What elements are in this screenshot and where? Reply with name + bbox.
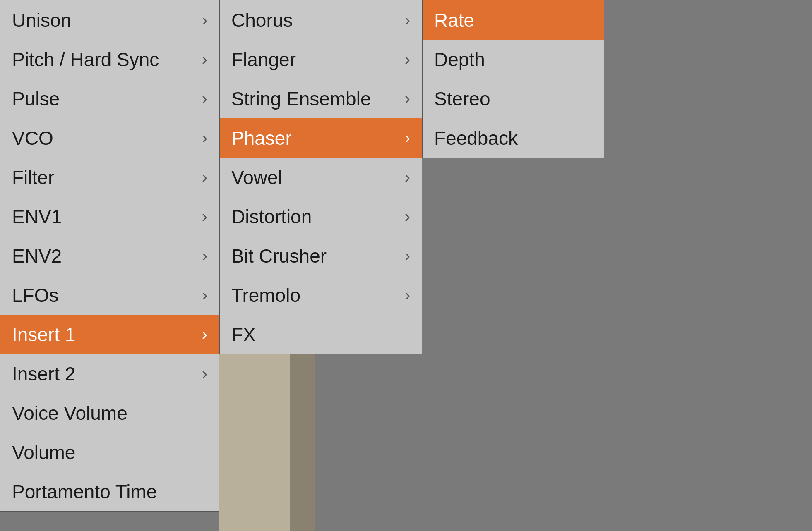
col1-item-3[interactable]: VCO› bbox=[0, 118, 219, 158]
col1-item-label-3: VCO bbox=[12, 127, 53, 149]
col3-item-label-0: Rate bbox=[434, 9, 474, 31]
col3-item-1[interactable]: Depth bbox=[423, 40, 604, 79]
arrow-icon: › bbox=[202, 325, 207, 344]
col2-item-7[interactable]: Tremolo› bbox=[220, 275, 422, 315]
col1-item-label-2: Pulse bbox=[12, 88, 60, 110]
arrow-icon: › bbox=[202, 246, 207, 265]
col1-item-0[interactable]: Unison› bbox=[0, 0, 219, 40]
col1-item-label-10: Voice Volume bbox=[12, 402, 127, 424]
col1-item-11[interactable]: Volume bbox=[0, 433, 219, 472]
col2-item-0[interactable]: Chorus› bbox=[220, 0, 422, 40]
col1-item-label-7: LFOs bbox=[12, 284, 58, 306]
col3-item-2[interactable]: Stereo bbox=[423, 79, 604, 118]
col2-item-label-8: FX bbox=[231, 323, 256, 346]
arrow-icon: › bbox=[202, 364, 207, 383]
col1-item-6[interactable]: ENV2› bbox=[0, 236, 219, 275]
col1-item-label-1: Pitch / Hard Sync bbox=[12, 48, 159, 71]
arrow-icon: › bbox=[405, 11, 410, 29]
arrow-icon: › bbox=[202, 168, 207, 187]
col1-item-1[interactable]: Pitch / Hard Sync› bbox=[0, 40, 219, 79]
arrow-icon: › bbox=[405, 129, 410, 147]
col3-item-label-2: Stereo bbox=[434, 88, 490, 110]
arrow-icon: › bbox=[405, 207, 410, 226]
menu-column-2: Chorus›Flanger›String Ensemble›Phaser›Vo… bbox=[219, 0, 422, 354]
col2-item-label-0: Chorus bbox=[231, 9, 293, 31]
arrow-icon: › bbox=[202, 11, 207, 29]
col1-item-7[interactable]: LFOs› bbox=[0, 275, 219, 315]
col1-item-label-12: Portamento Time bbox=[12, 481, 157, 503]
col2-item-label-7: Tremolo bbox=[231, 284, 300, 306]
col1-item-5[interactable]: ENV1› bbox=[0, 197, 219, 236]
arrow-icon: › bbox=[202, 286, 207, 304]
col2-item-label-4: Vowel bbox=[231, 166, 282, 189]
col1-item-12[interactable]: Portamento Time bbox=[0, 472, 219, 511]
col2-item-5[interactable]: Distortion› bbox=[220, 197, 422, 236]
col3-item-label-1: Depth bbox=[434, 48, 485, 71]
menu-column-3: RateDepthStereoFeedback bbox=[422, 0, 604, 158]
menu-column-1: Unison›Pitch / Hard Sync›Pulse›VCO›Filte… bbox=[0, 0, 219, 512]
col2-item-label-6: Bit Crusher bbox=[231, 245, 327, 267]
arrow-icon: › bbox=[405, 246, 410, 265]
col2-item-label-3: Phaser bbox=[231, 127, 292, 149]
col3-item-0[interactable]: Rate bbox=[423, 0, 604, 40]
arrow-icon: › bbox=[405, 286, 410, 304]
arrow-icon: › bbox=[405, 168, 410, 187]
col1-item-10[interactable]: Voice Volume bbox=[0, 393, 219, 433]
col2-item-4[interactable]: Vowel› bbox=[220, 158, 422, 197]
col1-item-2[interactable]: Pulse› bbox=[0, 79, 219, 118]
col1-item-9[interactable]: Insert 2› bbox=[0, 354, 219, 393]
arrow-icon: › bbox=[405, 89, 410, 108]
col1-item-label-0: Unison bbox=[12, 9, 71, 31]
col1-item-label-4: Filter bbox=[12, 166, 54, 189]
arrow-icon: › bbox=[405, 50, 410, 69]
col1-item-4[interactable]: Filter› bbox=[0, 158, 219, 197]
col2-item-2[interactable]: String Ensemble› bbox=[220, 79, 422, 118]
col1-item-label-8: Insert 1 bbox=[12, 323, 75, 346]
menus-wrapper: Unison›Pitch / Hard Sync›Pulse›VCO›Filte… bbox=[0, 0, 604, 512]
arrow-icon: › bbox=[202, 129, 207, 147]
col1-item-label-11: Volume bbox=[12, 441, 75, 464]
col2-item-8[interactable]: FX bbox=[220, 315, 422, 354]
arrow-icon: › bbox=[202, 50, 207, 69]
col2-item-3[interactable]: Phaser› bbox=[220, 118, 422, 158]
col1-item-label-9: Insert 2 bbox=[12, 363, 75, 385]
arrow-icon: › bbox=[202, 207, 207, 226]
col3-item-label-3: Feedback bbox=[434, 127, 518, 149]
col3-item-3[interactable]: Feedback bbox=[423, 118, 604, 158]
col2-item-label-1: Flanger bbox=[231, 48, 296, 71]
arrow-icon: › bbox=[202, 89, 207, 108]
col1-item-label-6: ENV2 bbox=[12, 245, 62, 267]
col2-item-1[interactable]: Flanger› bbox=[220, 40, 422, 79]
col1-item-label-5: ENV1 bbox=[12, 206, 62, 228]
col2-item-label-5: Distortion bbox=[231, 206, 312, 228]
col1-item-8[interactable]: Insert 1› bbox=[0, 315, 219, 354]
col2-item-6[interactable]: Bit Crusher› bbox=[220, 236, 422, 275]
col2-item-label-2: String Ensemble bbox=[231, 88, 371, 110]
